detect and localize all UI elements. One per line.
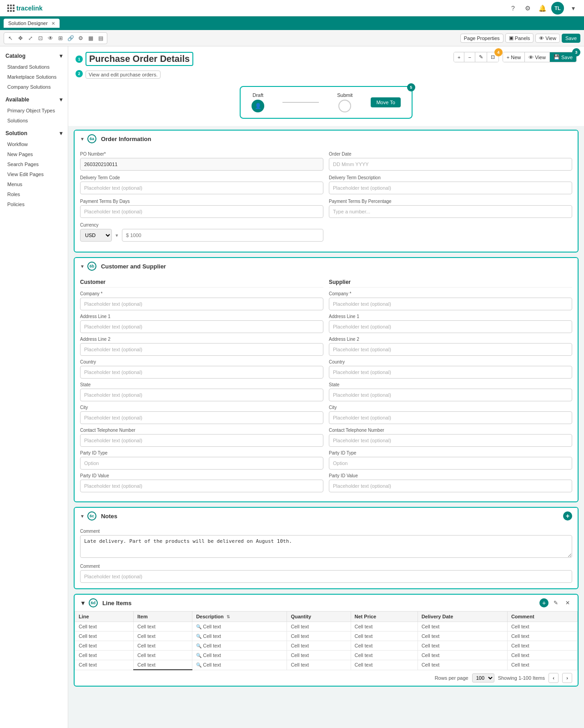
currency-amount-input[interactable]: [122, 229, 323, 242]
sidebar-item-view-edit-pages[interactable]: View Edit Pages: [0, 169, 68, 179]
sidebar-item-menus[interactable]: Menus: [0, 179, 68, 189]
move-to-button[interactable]: Move To: [371, 97, 400, 107]
supplier-column: Supplier Company * Address Line 1 Addres…: [329, 279, 572, 496]
supplier-tel-input[interactable]: [329, 434, 572, 447]
customer-company-input[interactable]: [80, 298, 323, 310]
content-area: 1 Purchase Order Details 2 View and edit…: [68, 46, 584, 728]
supplier-state-input[interactable]: [329, 389, 572, 401]
question-icon[interactable]: ?: [508, 3, 519, 14]
table-edit-icon[interactable]: ✎: [551, 598, 560, 607]
comment2-input[interactable]: [80, 570, 572, 583]
currency-select[interactable]: USD EUR GBP: [80, 229, 112, 242]
sidebar-item-new-pages[interactable]: New Pages: [0, 149, 68, 159]
customer-address2-label: Address Line 2: [80, 337, 323, 342]
payment-terms-pct-input[interactable]: [329, 205, 572, 218]
line-items-add-button[interactable]: +: [539, 598, 549, 607]
avatar[interactable]: TL: [551, 2, 564, 15]
customer-address2-input[interactable]: [80, 343, 323, 356]
rows-per-page-select[interactable]: 100 50 25: [472, 673, 494, 682]
po-number-input[interactable]: [80, 158, 323, 171]
supplier-country-input[interactable]: [329, 366, 572, 379]
sidebar-available-header[interactable]: Available ▾: [0, 94, 68, 106]
supplier-city-input[interactable]: [329, 411, 572, 424]
sidebar-item-solutions[interactable]: Solutions: [0, 116, 68, 126]
payment-terms-row: Payment Terms By Days Payment Terms By P…: [80, 199, 572, 218]
payment-terms-days-input[interactable]: [80, 205, 323, 218]
save-button[interactable]: Save: [562, 34, 580, 43]
next-page-button[interactable]: ›: [562, 673, 572, 683]
page-subtitle[interactable]: View and edit purchase orders.: [86, 71, 161, 79]
customer-tel-input[interactable]: [80, 434, 323, 447]
settings-icon[interactable]: ⚙: [522, 3, 533, 14]
table-header-row: Line Item Description ⇅ Quantity Net Pri…: [75, 612, 578, 622]
bell-icon[interactable]: 🔔: [537, 3, 548, 14]
notes-add-button[interactable]: +: [563, 511, 572, 521]
customer-address1-input[interactable]: [80, 320, 323, 333]
resize-tool-icon[interactable]: ⤢: [26, 34, 35, 43]
table-delete-icon[interactable]: ✕: [563, 598, 572, 607]
sidebar-solution-header[interactable]: Solution ▾: [0, 127, 68, 139]
comment1-textarea[interactable]: Late delivery. Part of the products will…: [80, 535, 572, 558]
view-button[interactable]: 👁 View: [535, 34, 560, 43]
order-info-section-header[interactable]: ▼ 6a Order Information: [75, 131, 578, 147]
customer-country-input[interactable]: [80, 366, 323, 379]
customer-city-input[interactable]: [80, 411, 323, 424]
panels-button[interactable]: ▣ Panels: [505, 33, 534, 43]
notes-header-left[interactable]: ▼ 6c Notes: [80, 511, 117, 521]
supplier-company-input[interactable]: [329, 298, 572, 310]
solution-designer-tab[interactable]: Solution Designer ✕: [4, 19, 60, 28]
gear-tool-icon[interactable]: ⚙: [76, 34, 85, 43]
edit-icon-button[interactable]: ✎: [475, 52, 487, 62]
customer-state-label: State: [80, 382, 323, 387]
sidebar-item-marketplace-solutions[interactable]: Marketplace Solutions: [0, 72, 68, 82]
sidebar-item-roles[interactable]: Roles: [0, 189, 68, 199]
cursor-tool-icon[interactable]: ↖: [6, 34, 15, 43]
sidebar-catalog-header[interactable]: Catalog ▾: [0, 50, 68, 62]
move-tool-icon[interactable]: ✥: [16, 34, 25, 43]
supplier-address1-input[interactable]: [329, 320, 572, 333]
customer-state-input[interactable]: [80, 389, 323, 401]
sidebar-item-standard-solutions[interactable]: Standard Solutions: [0, 62, 68, 72]
component-tool-icon[interactable]: ⊞: [56, 34, 65, 43]
cell-line: Cell text: [75, 622, 134, 632]
delivery-term-desc-input[interactable]: [329, 182, 572, 194]
chevron-down-icon[interactable]: ▾: [568, 3, 579, 14]
supplier-party-value-input[interactable]: [329, 480, 572, 492]
minus-button[interactable]: −: [464, 52, 475, 62]
currency-input-group: USD EUR GBP ▾: [80, 229, 323, 242]
sidebar-item-search-pages[interactable]: Search Pages: [0, 159, 68, 169]
supplier-party-type-select[interactable]: Option: [329, 457, 572, 470]
supplier-address2-input[interactable]: [329, 343, 572, 356]
supplier-address2-label: Address Line 2: [329, 337, 572, 342]
delivery-term-code-input[interactable]: [80, 182, 323, 194]
customer-supplier-section-header[interactable]: ▼ 6b Customer and Supplier: [75, 258, 578, 274]
plus-button[interactable]: +: [454, 52, 464, 62]
apps-grid-icon[interactable]: [5, 3, 16, 14]
sidebar-item-company-solutions[interactable]: Company Solutions: [0, 82, 68, 92]
table-tool-icon[interactable]: ▤: [96, 34, 105, 43]
customer-party-type-select[interactable]: Option: [80, 457, 323, 470]
sidebar-item-primary-object-types[interactable]: Primary Object Types: [0, 106, 68, 116]
grid-tool-icon[interactable]: ▦: [86, 34, 95, 43]
cell-comment: Cell text: [507, 622, 577, 632]
tab-close-icon[interactable]: ✕: [51, 21, 55, 26]
plus-minus-group: + − ✎ ⊡: [453, 52, 499, 62]
link-tool-icon[interactable]: 🔗: [66, 34, 75, 43]
cell-line: Cell text: [75, 651, 134, 660]
draft-label: Draft: [252, 92, 263, 98]
page-properties-button[interactable]: Page Properties: [460, 34, 503, 43]
prev-page-button[interactable]: ‹: [549, 673, 559, 683]
line-items-title-row: ▼ 6d Line Items: [80, 598, 131, 607]
sidebar-item-workflow[interactable]: Workflow: [0, 139, 68, 149]
select-tool-icon[interactable]: ⊡: [36, 34, 45, 43]
view-btn[interactable]: 👁 View: [525, 52, 550, 62]
sidebar-item-policies[interactable]: Policies: [0, 199, 68, 209]
new-button[interactable]: + New: [503, 52, 525, 62]
cell-item: Cell text: [134, 632, 192, 641]
page-title[interactable]: Purchase Order Details: [86, 52, 193, 66]
eye-tool-icon[interactable]: 👁: [46, 34, 55, 43]
customer-party-value-input[interactable]: [80, 480, 323, 492]
cell-net-price: Cell text: [351, 660, 418, 670]
supplier-company-group: Company *: [329, 291, 572, 310]
order-date-input[interactable]: [329, 158, 572, 171]
